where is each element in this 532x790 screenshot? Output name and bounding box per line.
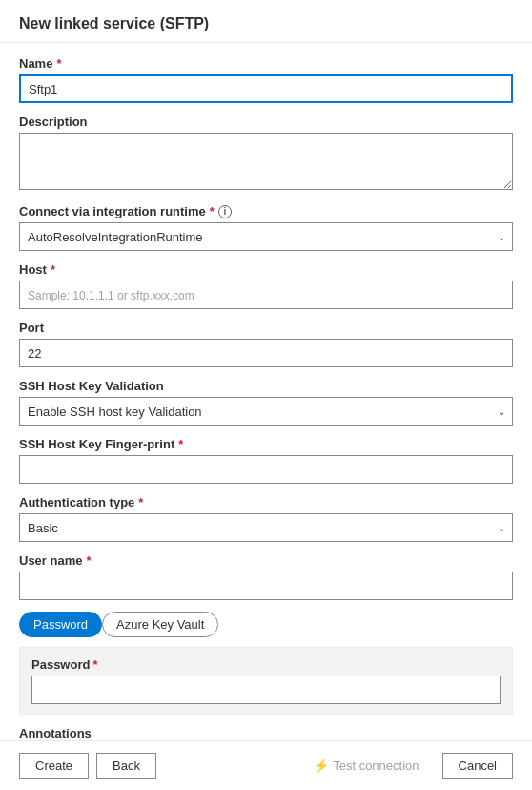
password-inner-label: Password *: [31, 657, 501, 672]
ssh-validation-field-group: SSH Host Key Validation Enable SSH host …: [19, 379, 513, 426]
host-label: Host *: [19, 262, 513, 277]
ssh-fingerprint-label: SSH Host Key Finger-print *: [19, 437, 513, 451]
cancel-button[interactable]: Cancel: [442, 753, 513, 779]
integration-runtime-select[interactable]: AutoResolveIntegrationRuntime: [19, 222, 513, 251]
ssh-validation-select[interactable]: Enable SSH host key Validation: [19, 397, 513, 426]
host-required: *: [51, 262, 55, 277]
integration-runtime-label: Connect via integration runtime * i: [19, 204, 513, 218]
host-field-group: Host *: [19, 262, 513, 309]
name-label: Name *: [19, 56, 513, 71]
test-connection-button[interactable]: ⚡ Test connection: [298, 754, 434, 778]
password-required: *: [92, 657, 97, 672]
name-input[interactable]: [19, 74, 513, 103]
integration-runtime-required: *: [210, 204, 215, 218]
panel: New linked service (SFTP) Name * Descrip…: [0, 0, 532, 790]
create-button[interactable]: Create: [19, 753, 89, 779]
panel-footer: Create Back ⚡ Test connection Cancel: [0, 740, 532, 790]
password-section: Password Azure Key Vault Password *: [19, 612, 513, 715]
username-input[interactable]: [19, 572, 513, 600]
description-label: Description: [19, 114, 513, 129]
port-input[interactable]: [19, 339, 513, 367]
azure-key-vault-tab[interactable]: Azure Key Vault: [102, 612, 218, 637]
username-required: *: [86, 553, 91, 568]
ssh-validation-label: SSH Host Key Validation: [19, 379, 513, 393]
ssh-validation-select-wrapper: Enable SSH host key Validation ⌄: [19, 397, 513, 426]
name-field-group: Name *: [19, 56, 513, 103]
lightning-icon: ⚡: [314, 759, 329, 773]
integration-runtime-field-group: Connect via integration runtime * i Auto…: [19, 204, 513, 251]
ssh-fingerprint-required: *: [178, 437, 183, 451]
port-label: Port: [19, 321, 513, 335]
auth-type-select[interactable]: Basic: [19, 513, 513, 542]
back-button[interactable]: Back: [96, 753, 156, 779]
password-input[interactable]: [31, 676, 501, 704]
auth-type-label: Authentication type *: [19, 495, 513, 509]
name-required: *: [56, 56, 61, 71]
username-field-group: User name *: [19, 553, 513, 600]
annotations-label: Annotations: [19, 726, 513, 740]
auth-type-select-wrapper: Basic ⌄: [19, 513, 513, 542]
annotations-section: Annotations + New: [19, 726, 513, 740]
panel-title: New linked service (SFTP): [19, 15, 513, 32]
auth-type-field-group: Authentication type * Basic ⌄: [19, 495, 513, 542]
test-connection-label: Test connection: [333, 759, 419, 773]
password-tab[interactable]: Password: [19, 612, 102, 637]
password-tab-group: Password Azure Key Vault: [19, 612, 513, 637]
ssh-fingerprint-field-group: SSH Host Key Finger-print *: [19, 437, 513, 484]
panel-header: New linked service (SFTP): [0, 0, 532, 43]
port-field-group: Port: [19, 321, 513, 367]
host-input[interactable]: [19, 281, 513, 309]
ssh-fingerprint-input[interactable]: [19, 455, 513, 484]
username-label: User name *: [19, 553, 513, 568]
integration-runtime-info-icon[interactable]: i: [218, 205, 232, 218]
panel-body: Name * Description Connect via integrati…: [0, 43, 532, 740]
description-input[interactable]: [19, 133, 513, 190]
description-field-group: Description: [19, 114, 513, 193]
auth-type-required: *: [138, 495, 143, 509]
integration-runtime-select-wrapper: AutoResolveIntegrationRuntime ⌄: [19, 222, 513, 251]
password-inner-group: Password *: [19, 647, 513, 715]
